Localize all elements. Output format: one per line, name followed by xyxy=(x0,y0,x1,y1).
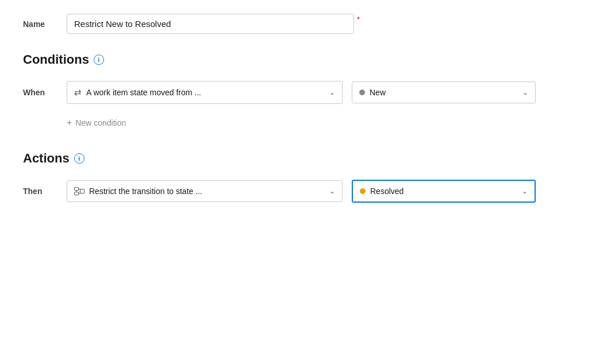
condition-state-dot xyxy=(359,90,365,95)
condition-dropdown-content: ⇄ A work item state moved from ... xyxy=(74,87,201,98)
actions-section: Actions i Then Restrict the transi xyxy=(23,151,592,203)
required-indicator: * xyxy=(357,15,360,24)
action-dropdown-text: Restrict the transition to state ... xyxy=(89,187,202,196)
condition-state-text: New xyxy=(370,88,386,97)
svg-rect-0 xyxy=(75,188,79,191)
when-row: When ⇄ A work item state moved from ... … xyxy=(23,81,592,104)
action-chevron-icon: ⌄ xyxy=(329,187,335,195)
svg-rect-1 xyxy=(75,192,79,195)
name-row: Name * xyxy=(23,14,592,34)
when-label: When xyxy=(23,88,57,97)
conditions-header: Conditions i xyxy=(23,52,592,67)
name-input-wrapper: * xyxy=(67,14,354,34)
action-state-content: Resolved xyxy=(360,187,403,196)
plus-icon: + xyxy=(67,118,72,128)
action-dropdown[interactable]: Restrict the transition to state ... ⌄ xyxy=(67,180,343,202)
action-state-chevron-icon: ⌄ xyxy=(522,187,528,195)
condition-dropdown-text: A work item state moved from ... xyxy=(86,88,201,97)
then-row: Then Restrict the transition to state ..… xyxy=(23,180,592,203)
conditions-title: Conditions xyxy=(23,52,89,67)
action-dropdown-content: Restrict the transition to state ... xyxy=(74,187,202,196)
restrict-icon xyxy=(74,187,84,195)
actions-title: Actions xyxy=(23,151,70,166)
condition-state-dropdown[interactable]: New ⌄ xyxy=(352,82,536,103)
conditions-info-icon[interactable]: i xyxy=(94,55,104,65)
action-state-dot xyxy=(360,188,366,194)
condition-state-chevron-icon: ⌄ xyxy=(522,88,528,96)
condition-state-content: New xyxy=(359,88,386,97)
action-state-text: Resolved xyxy=(370,187,403,196)
new-condition-label: New condition xyxy=(75,118,126,127)
condition-chevron-icon: ⌄ xyxy=(329,88,335,96)
condition-dropdown[interactable]: ⇄ A work item state moved from ... ⌄ xyxy=(67,81,343,104)
action-state-dropdown[interactable]: Resolved ⌄ xyxy=(352,180,536,203)
name-label: Name xyxy=(23,20,57,29)
actions-info-icon[interactable]: i xyxy=(74,153,84,164)
transfer-icon: ⇄ xyxy=(74,87,82,98)
actions-header: Actions i xyxy=(23,151,592,166)
svg-rect-2 xyxy=(80,189,84,193)
then-label: Then xyxy=(23,187,57,196)
name-input[interactable] xyxy=(67,14,354,34)
conditions-section: Conditions i When ⇄ A work item state mo… xyxy=(23,52,592,130)
new-condition-button[interactable]: + New condition xyxy=(67,115,126,130)
